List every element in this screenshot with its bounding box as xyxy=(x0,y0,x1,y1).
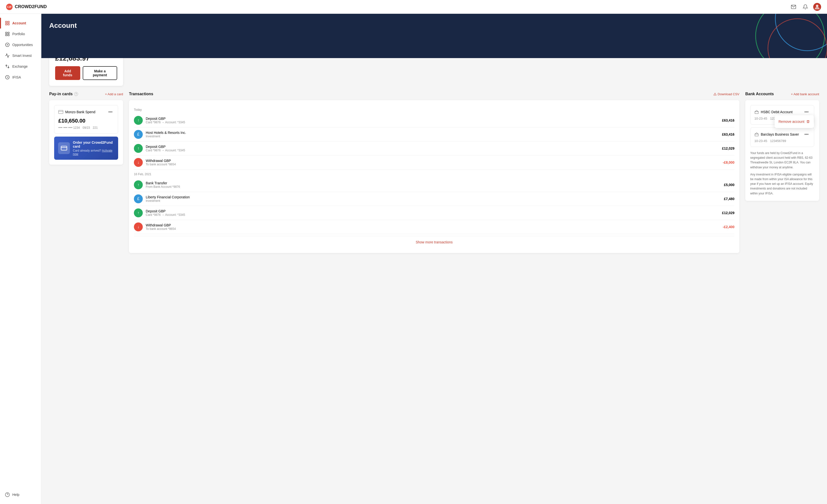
svg-rect-10 xyxy=(8,32,9,34)
sidebar-bottom: Help xyxy=(0,489,41,500)
tx-sub-2: Investment xyxy=(146,135,186,138)
sidebar-account-label: Account xyxy=(12,21,26,25)
hsbc-account-header: HSBC Debit Account ••• xyxy=(755,109,810,115)
content-area: Balance £12,683.97 Add funds Make a paym… xyxy=(41,43,827,504)
barclays-account-details: 10-23-45 123456789 xyxy=(755,139,810,143)
tx-name-3: Deposit GBP xyxy=(146,145,185,149)
sidebar-item-smart-invest[interactable]: Smart Invest xyxy=(0,50,41,61)
table-row: £ Liberty Financial Corporation Investme… xyxy=(134,192,734,206)
tx-deposit-icon-3: ↑ xyxy=(134,208,143,217)
sidebar-smart-invest-label: Smart Invest xyxy=(12,54,32,58)
tx-amount-3: £12,029 xyxy=(722,146,734,150)
table-row: ↓ Withdrawal GBP To bank account *8654 -… xyxy=(134,156,734,169)
svg-rect-25 xyxy=(755,112,758,114)
hero-decorative-circles xyxy=(704,14,827,58)
tx-sub-1: Card *9876 → Account: *3345 xyxy=(146,120,185,124)
user-avatar[interactable] xyxy=(813,3,821,11)
tx-amount-5: £5,000 xyxy=(724,183,734,187)
sidebar-item-account[interactable]: Account xyxy=(0,18,41,29)
table-row: ↑ Deposit GBP Card *9876 → Account: *334… xyxy=(134,142,734,156)
make-payment-button[interactable]: Make a payment xyxy=(83,66,117,80)
download-csv-link[interactable]: Download CSV xyxy=(713,92,739,96)
tx-name-5: Bank Transfer xyxy=(146,181,180,185)
svg-rect-12 xyxy=(8,35,9,36)
tx-sub-4: To bank account *8654 xyxy=(146,163,176,166)
tx-transfer-icon: ↑ xyxy=(134,181,143,189)
tx-withdrawal-icon-2: ↓ xyxy=(134,222,143,231)
sidebar-item-exchange[interactable]: Exchange xyxy=(0,61,41,72)
add-card-link[interactable]: + Add a card xyxy=(105,92,123,96)
table-row: ↑ Deposit GBP Card *9876 → Account: *334… xyxy=(134,206,734,220)
table-row: ↓ Withdrawal GBP To bank account *8654 -… xyxy=(134,220,734,234)
hsbc-account-name: HSBC Debit Account xyxy=(755,110,792,114)
logo: C2F CROWD2FUND xyxy=(6,3,47,10)
trash-icon xyxy=(806,120,810,123)
tx-investment-icon-2: £ xyxy=(134,194,143,203)
svg-rect-8 xyxy=(8,23,9,25)
sidebar-portfolio-label: Portfolio xyxy=(12,32,25,36)
tx-name-7: Deposit GBP xyxy=(146,209,185,213)
pay-in-cards-column: Pay-in cards ? + Add a card xyxy=(49,92,123,253)
svg-rect-6 xyxy=(8,21,9,23)
tx-name-6: Liberty Financial Corporation xyxy=(146,195,190,199)
svg-rect-9 xyxy=(6,32,7,34)
bank-icon-barclays xyxy=(755,132,759,137)
exchange-icon xyxy=(5,64,10,69)
app-body: Account Portfolio Opportunities xyxy=(0,14,827,504)
tx-deposit-icon-2: ↑ xyxy=(134,144,143,153)
tx-amount-2: £63,416 xyxy=(722,133,734,136)
help-label: Help xyxy=(12,493,19,497)
table-row: ↑ Bank Transfer From Bank Account *9876 … xyxy=(134,178,734,192)
order-card-promo[interactable]: Order your Crowd2Fund card Card already … xyxy=(54,137,118,160)
svg-rect-20 xyxy=(59,110,63,113)
sidebar-item-opportunities[interactable]: Opportunities xyxy=(0,39,41,50)
pay-in-cards-panel: Monzo Bank Spend ••• £10,650.00 •••• •••… xyxy=(49,100,123,165)
svg-point-18 xyxy=(775,14,827,51)
tx-amount-8: -£2,400 xyxy=(723,225,734,229)
remove-account-button[interactable]: Remove account xyxy=(775,117,814,126)
add-funds-button[interactable]: Add funds xyxy=(55,66,80,80)
table-row: £ Host Hotels & Resorts Inc. Investment … xyxy=(134,128,734,142)
pay-in-cards-info-icon[interactable]: ? xyxy=(74,92,78,96)
card-menu-button[interactable]: ••• xyxy=(107,109,114,115)
barclays-account-item: Barclays Business Saver ••• 10-23-45 123… xyxy=(750,128,814,147)
info-text-1: Your funds are held by Crowd2Fund in a s… xyxy=(750,151,814,170)
sidebar-exchange-label: Exchange xyxy=(12,64,28,68)
barclays-account-name: Barclays Business Saver xyxy=(755,132,799,137)
svg-point-19 xyxy=(768,19,827,58)
promo-title: Order your Crowd2Fund card xyxy=(73,141,114,148)
tx-name-1: Deposit GBP xyxy=(146,117,185,120)
sidebar-item-portfolio[interactable]: Portfolio xyxy=(0,29,41,39)
svg-rect-7 xyxy=(6,23,7,25)
opportunities-icon xyxy=(5,42,10,47)
barclays-menu-button[interactable]: ••• xyxy=(803,132,810,137)
transactions-panel: Today ↑ Deposit GBP Card *9876 → Account… xyxy=(129,100,739,253)
bank-accounts-info: Your funds are held by Crowd2Fund in a s… xyxy=(750,151,814,196)
sidebar-item-ifisa[interactable]: IFISA xyxy=(0,72,41,83)
hsbc-menu-button[interactable]: ••• xyxy=(803,109,810,115)
sidebar-opportunities-label: Opportunities xyxy=(12,43,33,47)
show-more-transactions-button[interactable]: Show more transactions xyxy=(134,236,734,248)
add-bank-account-link[interactable]: + Add bank account xyxy=(791,92,819,96)
notification-button[interactable] xyxy=(801,3,809,11)
transactions-header: Transactions Download CSV xyxy=(129,92,739,96)
tx-sub-6: Investment xyxy=(146,199,190,203)
hsbc-account-item: HSBC Debit Account ••• 10-23-45 12345678… xyxy=(750,105,814,124)
svg-text:C2F: C2F xyxy=(7,6,12,8)
bank-accounts-header: Bank Accounts + Add bank account xyxy=(745,92,819,96)
account-icon xyxy=(5,21,10,26)
tx-sub-3: Card *9876 → Account: *3345 xyxy=(146,149,185,152)
bank-icon-hsbc xyxy=(755,110,759,114)
tx-name-4: Withdrawal GBP xyxy=(146,159,176,163)
mail-button[interactable] xyxy=(790,3,797,11)
help-icon xyxy=(5,492,10,497)
help-button[interactable]: Help xyxy=(5,492,36,497)
sidebar-nav: Account Portfolio Opportunities xyxy=(0,18,41,83)
tx-amount-6: £7,480 xyxy=(724,197,734,201)
info-text-2: Any investment in IFISA eligible campaig… xyxy=(750,172,814,196)
main-content: Account Balance £12,683.97 Add funds Mak… xyxy=(41,14,827,504)
svg-rect-22 xyxy=(61,146,67,150)
svg-rect-5 xyxy=(6,21,7,23)
promo-card-icon xyxy=(58,142,70,154)
promo-text-area: Order your Crowd2Fund card Card already … xyxy=(73,141,114,156)
